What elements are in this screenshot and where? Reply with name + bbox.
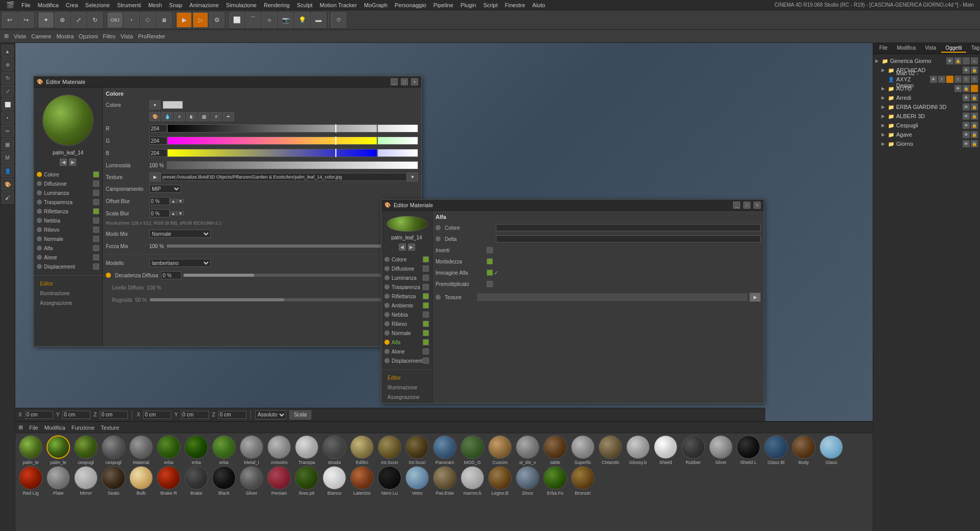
ch2-chk[interactable] [423,348,429,355]
ch2-nebbia[interactable]: Nebbia [381,310,432,319]
ch2-chk[interactable] [423,275,429,281]
menu-sculpt[interactable]: Sculpt [294,2,316,9]
material-item[interactable]: Mirror [73,466,99,496]
ti-t2[interactable] [946,76,953,83]
sampling-select[interactable]: MIP SAP Nessuno [149,185,181,193]
material-item[interactable]: Laterizio [349,466,375,496]
material-item[interactable]: Persian [266,466,292,496]
render-active-btn[interactable]: ▷ [193,12,208,28]
channel-check[interactable] [93,199,99,205]
r-input[interactable] [149,124,167,132]
sidebar-points[interactable]: • [2,112,14,124]
material-item[interactable]: st_tile_v [514,435,541,465]
scale-blur-input[interactable] [149,209,170,217]
color-picker2-btn[interactable]: ✒ [223,112,234,121]
texture-arrow-btn[interactable]: ▶ [149,172,161,182]
preview-sphere-2[interactable] [386,216,427,232]
channel-check[interactable] [93,245,99,251]
ti-vis[interactable]: 👁 [963,103,970,110]
object-mode-btn[interactable]: OBJ [107,12,123,28]
color-swatch-btn[interactable]: ▦ [198,112,210,121]
sidebar-object[interactable]: ⬜ [2,98,14,110]
menu-motion-tracker[interactable]: Motion Tracker [316,2,360,9]
ti-vis[interactable]: 👁 [963,67,970,74]
sidebar-move[interactable]: ⊕ [2,58,14,71]
material-item[interactable]: Silver [238,466,265,496]
material-item[interactable]: Plate [45,466,72,496]
ti-lock[interactable]: 🔒 [971,103,978,110]
material-item[interactable]: MOD_G [459,435,486,465]
filter-tab[interactable]: Filtro [103,33,115,39]
ch2-chk[interactable] [423,302,429,308]
options-tab[interactable]: Opzioni [79,33,98,39]
material-item[interactable]: lives.pit [293,466,320,496]
bottom-file[interactable]: File [29,425,38,431]
material-item[interactable]: erba [155,435,182,465]
material-item[interactable]: Bronze! [569,466,596,496]
menu-pipeline[interactable]: Pipeline [430,2,457,9]
color-wheel-btn[interactable]: ◐ [186,112,197,121]
menu-snap[interactable]: Snap [166,2,186,9]
section-editor[interactable]: Editor [37,280,99,287]
scale-btn[interactable]: ⤢ [71,12,86,28]
texture-menu-btn[interactable]: ▼ [407,172,418,182]
channel-displacement[interactable]: Displacement [34,262,102,271]
menu-strumenti[interactable]: Strumenti [114,2,144,9]
channel-normale[interactable]: Normale [34,234,102,244]
add-camera-btn[interactable]: 📷 [278,12,293,28]
sec2-editor[interactable]: Editor [384,374,429,382]
channel-colore[interactable]: Colore [34,170,102,179]
mat2-prev-btn[interactable]: ◀ [399,244,406,251]
color-spectrum-btn[interactable]: ≡ [174,112,185,121]
tree-agave[interactable]: ▶ 📁 Agave 👁 🔒 [873,130,980,139]
timeline-btn[interactable]: ⏱ [331,12,346,28]
tree-erba-giardini[interactable]: ▶ 📁 ERBA GIARDINI 3D 👁 🔒 [873,102,980,112]
vista-tab[interactable]: Vista [121,33,133,39]
editor1-close[interactable]: × [411,78,418,85]
render-settings-btn[interactable]: ⚙ [209,12,224,28]
color-eyedrop-btn[interactable]: 💧 [162,112,173,121]
y-input[interactable] [62,411,90,419]
section-illuminazione[interactable]: Illuminazione [37,290,99,297]
ti-vis[interactable]: 👁 [963,131,970,138]
alfa-premolt-check[interactable] [487,281,493,287]
material-item[interactable]: Edifici [349,435,375,465]
mat2-next-btn[interactable]: ▶ [408,244,415,251]
texture-path[interactable]: preset://visualize.lib4d/3D Objects/Pfla… [161,173,407,181]
ch2-displacement[interactable]: Displacement [381,356,432,365]
menu-finestre[interactable]: Finestre [502,2,529,9]
material-item[interactable]: Shield [652,435,679,465]
menu-script[interactable]: Script [480,2,500,9]
ti-lock[interactable]: 🔒 [971,140,978,147]
alfa-texture-btn[interactable]: ▶ [749,293,761,302]
scale-blur-down[interactable]: ▼ [177,211,184,215]
alfa-immagine-check[interactable] [487,270,493,276]
material-item[interactable]: Metal_i [238,435,265,465]
channel-alone[interactable]: Alone [34,253,102,262]
ti-vis[interactable]: 👁 [963,140,970,147]
x-input[interactable] [25,411,53,419]
material-item[interactable]: Silver [708,435,734,465]
coord-mode-select[interactable]: Assoluto Relativo [255,410,286,419]
tree-giorno[interactable]: ▶ 📁 Giorno 👁 🔒 [873,139,980,148]
rtab-tag[interactable]: Tag [967,44,980,53]
add-light-btn[interactable]: 💡 [294,12,310,28]
material-item[interactable]: Material [128,435,154,465]
sidebar-poly[interactable]: ▦ [2,138,14,150]
camera-tab[interactable]: Camere [31,33,51,39]
ch2-chk[interactable] [423,330,429,336]
menu-rendering[interactable]: Rendering [261,2,293,9]
tree-auto[interactable]: ▶ 📁 AUTO 👁 🔒 [873,84,980,93]
ch2-chk[interactable] [423,256,429,262]
ch2-chk[interactable] [423,358,429,364]
menu-crea[interactable]: Crea [63,2,81,9]
ti-t1[interactable]: T [938,76,945,83]
channel-check[interactable] [93,236,99,242]
material-item[interactable]: Black [211,466,237,496]
poly-mode-btn[interactable]: ▦ [156,12,172,28]
channel-diffusione[interactable]: Diffusione [34,179,102,188]
ch2-chk[interactable] [423,284,429,290]
ch2-alone[interactable]: Alone [381,347,432,356]
x2-input[interactable] [143,411,171,419]
point-mode-btn[interactable]: • [124,12,139,28]
